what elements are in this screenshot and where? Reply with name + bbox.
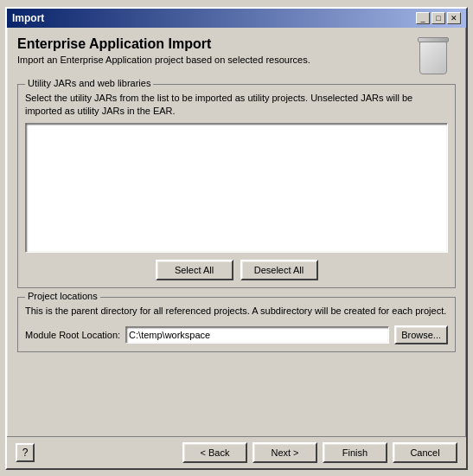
cancel-button[interactable]: Cancel — [393, 442, 457, 463]
jar-shape — [419, 42, 447, 74]
project-locations-label: Project locations — [25, 291, 100, 301]
module-root-row: Module Root Location: Browse... — [25, 325, 448, 344]
help-button[interactable]: ? — [16, 443, 35, 462]
utility-jars-buttons: Select All Deselect All — [25, 260, 448, 280]
nav-buttons: < Back Next > Finish Cancel — [182, 442, 457, 463]
content-area: Enterprise Application Import Import an … — [7, 28, 466, 436]
module-root-label: Module Root Location: — [25, 330, 120, 340]
page-title: Enterprise Application Import — [17, 36, 310, 52]
page-subtitle: Import an Enterprise Application project… — [17, 55, 310, 65]
bottom-bar: ? < Back Next > Finish Cancel — [7, 436, 466, 468]
header-icon — [412, 36, 456, 75]
back-button[interactable]: < Back — [182, 442, 247, 463]
close-button[interactable]: ✕ — [447, 12, 461, 24]
utility-jars-list[interactable] — [25, 123, 448, 253]
select-all-button[interactable]: Select All — [156, 260, 233, 280]
utility-jars-label: Utility JARs and web libraries — [25, 78, 153, 88]
jar-icon — [419, 37, 449, 74]
browse-button[interactable]: Browse... — [394, 325, 448, 344]
title-bar-buttons: _ □ ✕ — [416, 12, 461, 24]
finish-button[interactable]: Finish — [323, 442, 387, 463]
title-bar: Import _ □ ✕ — [7, 9, 466, 28]
minimize-button[interactable]: _ — [416, 12, 430, 24]
deselect-all-button[interactable]: Deselect All — [240, 260, 318, 280]
module-root-input[interactable] — [125, 326, 389, 344]
maximize-button[interactable]: □ — [431, 12, 445, 24]
utility-jars-group: Utility JARs and web libraries Select th… — [17, 84, 456, 289]
page-header: Enterprise Application Import Import an … — [17, 36, 456, 75]
import-dialog: Import _ □ ✕ Enterprise Application Impo… — [5, 7, 468, 470]
header-text: Enterprise Application Import Import an … — [17, 36, 310, 65]
utility-jars-description: Select the utility JARs from the list to… — [25, 92, 448, 119]
next-button[interactable]: Next > — [252, 442, 317, 463]
project-locations-group: Project locations This is the parent dir… — [17, 297, 456, 351]
project-locations-description: This is the parent directory for all ref… — [25, 305, 448, 318]
window-title: Import — [12, 12, 44, 24]
